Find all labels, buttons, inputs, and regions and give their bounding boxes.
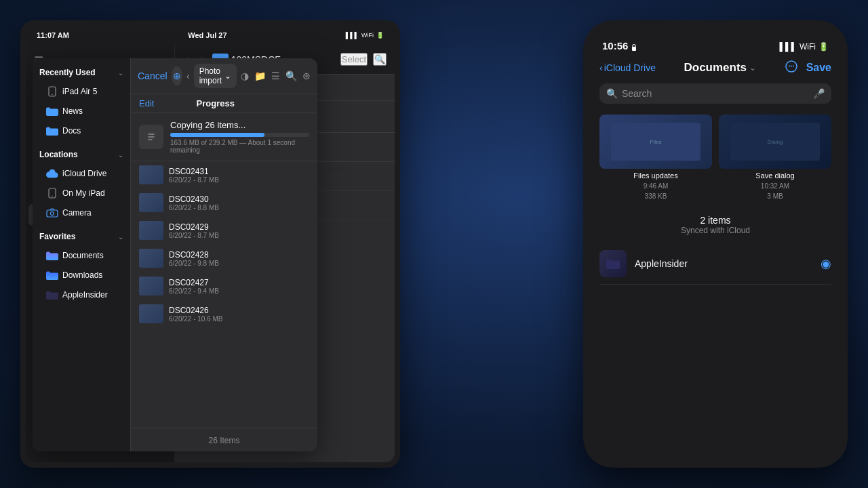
fav-documents-label: Documents	[62, 251, 104, 260]
dialog-nav-icloud[interactable]: iCloud Drive	[35, 164, 127, 183]
progress-title: Copying 26 items...	[170, 120, 309, 130]
dialog-list-icon[interactable]: ☰	[271, 70, 280, 81]
battery-icon: 🔋	[376, 32, 384, 39]
dialog-nav-fav-documents[interactable]: Documents	[35, 246, 127, 265]
circle-btn-icon: ⊕	[173, 70, 181, 81]
iphone-file-name-2: Save dialog	[755, 171, 795, 180]
dialog-file-meta: 6/20/22 - 8.8 MB	[169, 204, 309, 211]
dialog-file-info: DSC02426 6/20/22 - 10.6 MB	[169, 306, 309, 323]
dialog-file-thumb	[139, 249, 163, 268]
dialog-file-row[interactable]: DSC02426 6/20/22 - 10.6 MB	[131, 300, 317, 328]
dialog-file-row[interactable]: DSC02429 6/20/22 - 8.7 MB	[131, 217, 317, 245]
dialog-file-meta: 6/20/22 - 8.7 MB	[169, 232, 309, 239]
iphone-time: 10:56	[602, 40, 628, 52]
dialog-file-row[interactable]: DSC02430 6/20/22 - 8.8 MB	[131, 189, 317, 217]
dialog-file-info: DSC02428 6/20/22 - 9.8 MB	[169, 250, 309, 267]
dialog-file-row[interactable]: DSC02431 6/20/22 - 8.7 MB	[131, 161, 317, 189]
dialog-nav-camera-loc[interactable]: Camera	[35, 203, 127, 222]
favorites-chevron: ⌄	[118, 233, 123, 241]
dialog-file-row[interactable]: DSC02428 6/20/22 - 9.8 MB	[131, 245, 317, 272]
iphone-save-btn[interactable]: Save	[806, 62, 831, 74]
dialog-nav-on-my-ipad[interactable]: On My iPad	[35, 184, 127, 203]
dialog-file-list: DSC02431 6/20/22 - 8.7 MB DSC02430 6/20/…	[131, 161, 317, 428]
iphone-device: 10:56 ▌▌▌ WiFi 🔋 ‹ iCloud Drive Document…	[583, 20, 848, 468]
dialog-overlay: Recently Used ⌄ iPad Air 5 News	[26, 45, 395, 462]
fav-appleinsider-label: AppleInsider	[62, 290, 108, 300]
docs-label: Docs	[62, 126, 81, 136]
dialog-location-btn[interactable]: Photo import ⌄	[194, 64, 237, 88]
on-my-ipad-nav-label: On My iPad	[62, 188, 105, 198]
dialog-toolbar-icons: ◑ 📁 ☰ 🔍 ⊛	[241, 70, 311, 81]
dialog-nav-docs[interactable]: Docs	[35, 121, 127, 140]
dialog-edit-btn[interactable]: Edit	[139, 98, 154, 108]
dialog-toolbar: Cancel ⊕ ‹ Photo import ⌄ ◑ 📁 ☰	[131, 58, 317, 94]
dialog-nav-fav-downloads[interactable]: Downloads	[35, 266, 127, 285]
dialog-folder-new-icon[interactable]: 📁	[254, 70, 266, 81]
back-label: iCloud Drive	[604, 62, 656, 73]
iphone-file-grid: Files Files updates 9:46 AM 338 KB Dialo…	[589, 108, 842, 207]
dialog-cancel-btn[interactable]: Cancel	[138, 70, 167, 81]
iphone-navbar: ‹ iCloud Drive Documents ⌄ Save	[589, 56, 842, 79]
iphone-file-time-1: 9:46 AM	[644, 182, 669, 190]
dialog-file-row[interactable]: DSC02427 6/20/22 - 9.4 MB	[131, 272, 317, 300]
battery-icon: 🔋	[818, 42, 829, 52]
iphone-back-btn[interactable]: ‹ iCloud Drive	[599, 62, 656, 73]
dialog-main: Cancel ⊕ ‹ Photo import ⌄ ◑ 📁 ☰	[131, 58, 317, 451]
ipad-statusbar: 11:07 AM Wed Jul 27 ▌▌▌ WiFi 🔋	[26, 26, 395, 45]
dialog-file-thumb	[139, 304, 163, 323]
iphone-list-icon	[599, 250, 627, 277]
progress-text: 163.6 MB of 239.2 MB — About 1 second re…	[170, 139, 309, 154]
iphone-sync-text: Synced with iCloud	[599, 226, 831, 235]
iphone-lock-area	[631, 43, 637, 52]
dialog-file-name: DSC02430	[169, 195, 309, 204]
fav-documents-icon	[46, 249, 58, 262]
iphone-file-card[interactable]: Dialog Save dialog 10:32 AM 3 MB	[719, 115, 831, 200]
search-placeholder: Search	[622, 88, 809, 99]
dialog-back-arrow[interactable]: ‹	[186, 70, 190, 81]
save-dialog-preview: Dialog	[719, 115, 831, 169]
dialog-circle-btn[interactable]: ⊕	[172, 66, 182, 85]
dialog-search-icon[interactable]: 🔍	[285, 70, 297, 81]
ipad-date: Wed Jul 27	[188, 31, 226, 39]
fav-downloads-icon	[46, 269, 58, 281]
svg-point-9	[52, 196, 53, 197]
back-chevron-icon: ‹	[599, 62, 603, 73]
dialog-file-name: DSC02426	[169, 306, 309, 315]
dialog-nav-ipad-air[interactable]: iPad Air 5	[35, 82, 127, 101]
ipad-status-icons: ▌▌▌ WiFi 🔋	[346, 32, 384, 39]
iphone-more-btn[interactable]	[785, 60, 798, 75]
icloud-nav-label: iCloud Drive	[62, 169, 106, 178]
iphone-file-name-1: Files updates	[633, 171, 677, 180]
dialog-progress-label: Progress	[197, 98, 235, 108]
dialog-half-circle-icon[interactable]: ◑	[241, 70, 249, 81]
locations-chevron: ⌄	[118, 151, 123, 159]
dialog-nav-news[interactable]: News	[35, 102, 127, 121]
iphone-list-name: AppleInsider	[635, 258, 812, 269]
location-label: Photo import	[199, 66, 222, 85]
dialog-more-icon[interactable]: ⊛	[302, 70, 311, 81]
favorites-section-header[interactable]: Favorites ⌄	[33, 228, 130, 245]
title-chevron-icon: ⌄	[749, 63, 756, 73]
locations-section-header[interactable]: Locations ⌄	[33, 146, 130, 163]
recently-used-title: Recently Used	[39, 68, 96, 77]
progress-bar-fill	[170, 133, 264, 137]
dialog-nav-fav-appleinsider[interactable]: AppleInsider	[35, 285, 127, 304]
iphone-list-info: AppleInsider	[635, 258, 812, 269]
on-my-ipad-nav-icon	[46, 187, 58, 199]
iphone-title-area: Documents ⌄	[684, 61, 756, 75]
iphone-sync-count: 2 items	[599, 215, 831, 226]
wifi-icon: WiFi	[800, 42, 816, 52]
lock-icon	[631, 43, 637, 52]
svg-rect-13	[632, 47, 636, 51]
iphone-list-item[interactable]: AppleInsider ◉	[599, 243, 831, 285]
dialog-file-meta: 6/20/22 - 8.7 MB	[169, 176, 309, 184]
locations-title: Locations	[39, 150, 78, 159]
ipad-device: 11:07 AM Wed Jul 27 ▌▌▌ WiFi 🔋 ☰ Files	[20, 20, 400, 468]
iphone-file-list: AppleInsider ◉	[589, 243, 842, 462]
fav-appleinsider-icon	[46, 289, 58, 301]
recently-used-section-header[interactable]: Recently Used ⌄	[33, 64, 130, 81]
iphone-nav-actions: Save	[785, 60, 831, 75]
iphone-file-card[interactable]: Files Files updates 9:46 AM 338 KB	[599, 115, 712, 200]
search-icon: 🔍	[606, 88, 618, 99]
svg-rect-10	[47, 210, 58, 217]
